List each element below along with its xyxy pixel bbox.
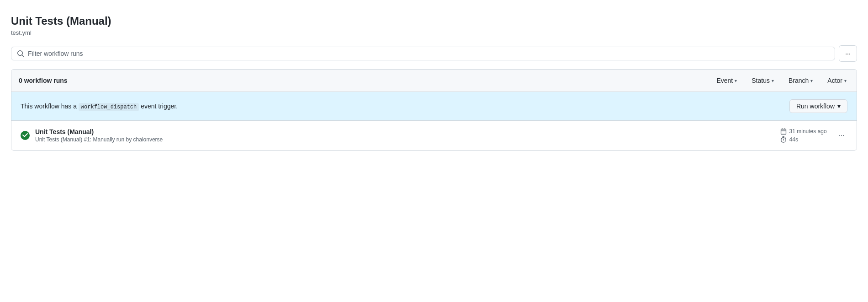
run-workflow-chevron-icon: ▾ — [837, 102, 841, 110]
checkmark-icon — [22, 133, 28, 138]
event-filter[interactable]: Event ▾ — [714, 75, 740, 86]
run-title: Unit Tests (Manual) — [35, 128, 163, 135]
dispatch-code: workflow_dispatch — [79, 103, 139, 111]
run-count-label: 0 workflow runs — [19, 77, 68, 84]
run-duration-label: 44s — [789, 136, 798, 143]
actor-filter-label: Actor — [827, 77, 842, 84]
status-filter-label: Status — [752, 77, 770, 84]
search-icon — [17, 50, 24, 57]
stopwatch-icon — [780, 136, 787, 143]
chevron-down-icon: ▾ — [844, 78, 847, 83]
run-time-ago-label: 31 minutes ago — [789, 128, 827, 135]
branch-filter[interactable]: Branch ▾ — [786, 75, 815, 86]
run-subtitle: Unit Tests (Manual) #1: Manually run by … — [35, 136, 163, 143]
actor-filter[interactable]: Actor ▾ — [825, 75, 849, 86]
dispatch-banner: This workflow has a workflow_dispatch ev… — [11, 92, 857, 121]
page-title: Unit Tests (Manual) — [11, 15, 857, 27]
page-subtitle: test.yml — [11, 29, 857, 36]
page-header: Unit Tests (Manual) test.yml — [11, 15, 857, 36]
more-options-button[interactable]: ··· — [839, 45, 857, 62]
workflow-table: 0 workflow runs Event ▾ Status ▾ Branch … — [11, 69, 857, 151]
search-row: ··· — [11, 45, 857, 62]
run-right: 31 minutes ago 44s ··· — [780, 128, 847, 143]
dispatch-text: This workflow has a workflow_dispatch ev… — [21, 102, 178, 110]
search-container — [11, 47, 835, 60]
run-left: Unit Tests (Manual) Unit Tests (Manual) … — [21, 128, 163, 143]
status-filter[interactable]: Status ▾ — [749, 75, 777, 86]
run-info: Unit Tests (Manual) Unit Tests (Manual) … — [35, 128, 163, 143]
dispatch-text-before: This workflow has a — [21, 102, 77, 110]
table-row: Unit Tests (Manual) Unit Tests (Manual) … — [11, 121, 857, 150]
run-workflow-button[interactable]: Run workflow ▾ — [789, 99, 847, 113]
run-row-more-button[interactable]: ··· — [836, 129, 847, 141]
filter-controls: Event ▾ Status ▾ Branch ▾ Actor ▾ — [714, 75, 849, 86]
run-workflow-label: Run workflow — [796, 102, 835, 110]
chevron-down-icon: ▾ — [772, 78, 774, 83]
table-header: 0 workflow runs Event ▾ Status ▾ Branch … — [11, 70, 857, 92]
chevron-down-icon: ▾ — [810, 78, 813, 83]
calendar-icon — [780, 128, 787, 135]
dispatch-text-after: event trigger. — [141, 102, 178, 110]
row-more-icon: ··· — [839, 131, 845, 139]
run-duration: 44s — [780, 136, 798, 143]
run-time-ago: 31 minutes ago — [780, 128, 827, 135]
branch-filter-label: Branch — [789, 77, 809, 84]
more-options-icon: ··· — [845, 50, 851, 57]
chevron-down-icon: ▾ — [735, 78, 737, 83]
event-filter-label: Event — [716, 77, 733, 84]
search-input[interactable] — [28, 50, 829, 57]
run-meta: 31 minutes ago 44s — [780, 128, 827, 143]
success-status-icon — [21, 131, 30, 140]
